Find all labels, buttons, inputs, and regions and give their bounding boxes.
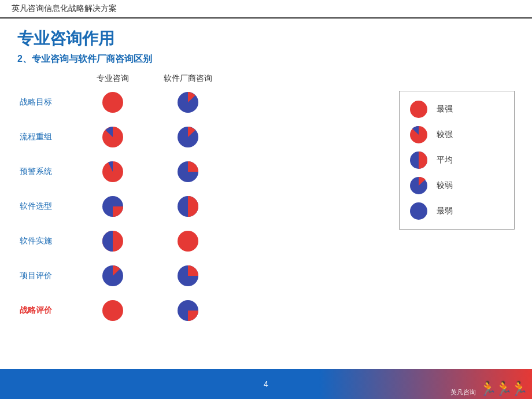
pie-cell bbox=[75, 264, 150, 287]
pie-cell bbox=[75, 125, 150, 149]
pie-cell bbox=[150, 125, 226, 149]
row-label: 战略目标 bbox=[17, 97, 75, 108]
page-title: 专业咨询作用 bbox=[17, 28, 515, 50]
legend-item: 较弱 bbox=[409, 176, 505, 195]
running-figures-icon: 🏃🏃🏃 bbox=[479, 380, 526, 397]
row-label: 软件选型 bbox=[17, 201, 75, 212]
pie-chart bbox=[101, 299, 124, 322]
table-row: 战略评价 bbox=[17, 295, 387, 326]
row-label: 战略评价 bbox=[17, 305, 75, 316]
pie-chart bbox=[101, 91, 124, 114]
subtitle: 2、专业咨询与软件厂商咨询区别 bbox=[17, 53, 515, 65]
row-label: 软件实施 bbox=[17, 236, 75, 246]
svg-point-9 bbox=[178, 231, 198, 252]
table-row: 软件实施 bbox=[17, 226, 387, 256]
table-row: 流程重组 bbox=[17, 122, 387, 152]
pie-chart bbox=[101, 125, 124, 149]
pie-chart bbox=[101, 195, 124, 218]
row-label: 流程重组 bbox=[17, 132, 75, 142]
table-row: 战略目标 bbox=[17, 87, 387, 117]
row-label: 项目评价 bbox=[17, 271, 75, 281]
pie-chart bbox=[176, 160, 200, 183]
content-area: 专业咨询 软件厂商咨询 战略目标 bbox=[17, 73, 515, 330]
pie-chart bbox=[176, 195, 200, 218]
legend-label: 最强 bbox=[437, 104, 453, 114]
legend-item: 较强 bbox=[409, 125, 505, 145]
main-content: 专业咨询作用 2、专业咨询与软件厂商咨询区别 专业咨询 软件厂商咨询 战略目标 bbox=[0, 19, 532, 336]
pie-chart bbox=[176, 91, 200, 114]
pie-chart bbox=[101, 264, 124, 287]
pie-chart bbox=[101, 160, 124, 183]
col-header-1: 专业咨询 bbox=[75, 73, 150, 84]
pie-cell bbox=[150, 160, 226, 183]
footer-logo: 英凡咨询 🏃🏃🏃 bbox=[450, 380, 526, 397]
header-title: 英凡咨询信息化战略解决方案 bbox=[12, 3, 117, 14]
pie-chart bbox=[101, 230, 124, 253]
legend-box: 最强 较强 平均 bbox=[399, 91, 515, 230]
comparison-table: 专业咨询 软件厂商咨询 战略目标 bbox=[17, 73, 387, 330]
col-header-2: 软件厂商咨询 bbox=[150, 73, 226, 84]
column-headers: 专业咨询 软件厂商咨询 bbox=[17, 73, 387, 84]
pie-cell bbox=[150, 195, 226, 218]
legend-icon bbox=[409, 150, 428, 170]
table-row: 软件选型 bbox=[17, 191, 387, 221]
pie-chart bbox=[176, 299, 200, 322]
footer: 4 英凡咨询 🏃🏃🏃 bbox=[0, 369, 532, 399]
pie-chart bbox=[176, 125, 200, 149]
row-label: 预警系统 bbox=[17, 167, 75, 177]
table-row: 预警系统 bbox=[17, 157, 387, 187]
pie-cell bbox=[150, 264, 226, 287]
pie-cell bbox=[75, 230, 150, 253]
table-row: 项目评价 bbox=[17, 261, 387, 291]
legend-icon bbox=[409, 176, 428, 195]
legend-label: 最弱 bbox=[437, 206, 453, 216]
pie-chart bbox=[176, 264, 200, 287]
footer-text: 英凡咨询 bbox=[450, 388, 476, 397]
pie-cell bbox=[75, 299, 150, 322]
svg-point-12 bbox=[102, 300, 123, 321]
svg-point-14 bbox=[410, 101, 427, 118]
page-number: 4 bbox=[264, 379, 268, 389]
legend-item: 平均 bbox=[409, 150, 505, 170]
pie-cell bbox=[75, 160, 150, 183]
legend-label: 较弱 bbox=[437, 180, 453, 191]
svg-point-18 bbox=[410, 202, 427, 220]
legend-label: 平均 bbox=[437, 155, 453, 165]
legend-label: 较强 bbox=[437, 130, 453, 140]
legend-item: 最弱 bbox=[409, 201, 505, 221]
legend-icon bbox=[409, 201, 428, 221]
pie-cell bbox=[150, 91, 226, 114]
col-header-empty bbox=[17, 73, 75, 84]
svg-point-0 bbox=[102, 92, 123, 113]
pie-cell bbox=[150, 230, 226, 253]
pie-chart bbox=[176, 230, 200, 253]
legend-icon bbox=[409, 99, 428, 119]
header: 英凡咨询信息化战略解决方案 bbox=[0, 0, 532, 19]
pie-cell bbox=[75, 195, 150, 218]
pie-cell bbox=[75, 91, 150, 114]
pie-cell bbox=[150, 299, 226, 322]
legend-icon bbox=[409, 125, 428, 145]
legend-item: 最强 bbox=[409, 99, 505, 119]
